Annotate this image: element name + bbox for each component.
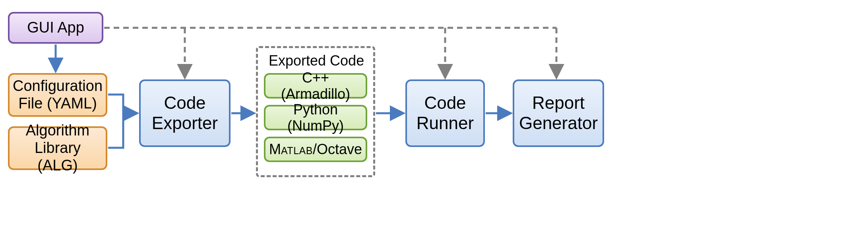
- node-lang-cpp: C++ (Armadillo): [264, 73, 367, 99]
- diagram-canvas: GUI App Configuration File (YAML) Algori…: [0, 0, 868, 232]
- node-lang-python: Python (NumPy): [264, 105, 367, 130]
- group-exported-code-label: Exported Code: [269, 52, 364, 69]
- node-algo-lib: Algorithm Library (ALG): [8, 126, 107, 170]
- node-report-generator: Report Generator: [513, 79, 604, 147]
- node-code-runner: Code Runner: [405, 79, 485, 147]
- matlab-smallcaps: atlab: [281, 141, 313, 157]
- node-gui-app: GUI App: [8, 12, 103, 44]
- matlab-prefix: M: [269, 141, 281, 157]
- edge-inputs-to-exporter: [108, 95, 137, 148]
- matlab-suffix: /Octave: [313, 141, 362, 157]
- node-lang-matlab: Matlab/Octave: [264, 137, 367, 162]
- node-code-exporter: Code Exporter: [139, 79, 231, 147]
- node-config-file: Configuration File (YAML): [8, 73, 107, 117]
